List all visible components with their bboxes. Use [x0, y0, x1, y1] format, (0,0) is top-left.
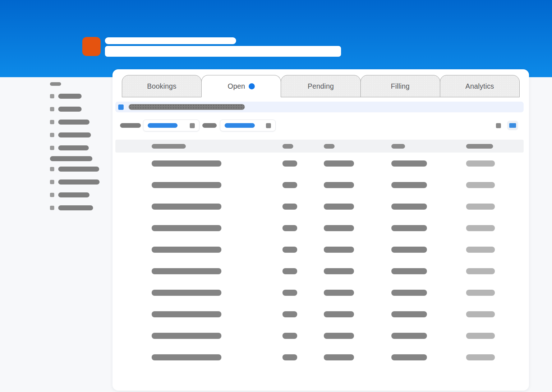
cell-text-placeholder	[152, 311, 221, 317]
sidebar-item[interactable]	[50, 94, 111, 99]
grid-view-icon	[509, 123, 516, 128]
column-header-placeholder	[324, 144, 335, 149]
table-cell	[324, 354, 391, 360]
table-cell	[115, 225, 282, 231]
tab-pending[interactable]: Pending	[281, 75, 360, 97]
cell-text-placeholder	[282, 268, 297, 274]
sidebar-item[interactable]	[50, 145, 111, 150]
cell-text-placeholder	[324, 290, 354, 296]
active-tab-indicator-dot	[249, 83, 255, 89]
cell-text-placeholder	[282, 333, 297, 339]
table-cell	[282, 160, 324, 167]
sidebar-item[interactable]	[50, 132, 111, 137]
cell-text-placeholder	[152, 268, 221, 274]
cell-text-placeholder	[466, 225, 495, 231]
table-cell	[466, 311, 524, 317]
sidebar-item[interactable]	[50, 205, 111, 210]
tab-bookings[interactable]: Bookings	[122, 75, 202, 97]
cell-text-placeholder	[324, 247, 354, 253]
filter-dropdown[interactable]	[143, 120, 199, 131]
list-view-icon[interactable]	[496, 123, 501, 128]
sidebar-item[interactable]	[50, 167, 111, 172]
table-cell	[324, 160, 391, 167]
table-row[interactable]	[115, 303, 524, 325]
table-cell	[282, 204, 324, 210]
grid-view-button[interactable]	[507, 121, 518, 130]
filter-row	[112, 120, 524, 131]
table-cell	[115, 311, 282, 317]
sidebar-item-icon	[50, 107, 54, 111]
data-table	[115, 140, 524, 368]
cell-text-placeholder	[391, 333, 427, 339]
sidebar-item-icon	[50, 120, 54, 124]
filter-value-placeholder	[225, 123, 255, 128]
sidebar-nav	[50, 77, 111, 210]
view-toggles	[496, 120, 518, 131]
tabs: BookingsOpenPendingFillingAnalytics	[122, 75, 520, 97]
table-row[interactable]	[115, 153, 524, 174]
app-header	[0, 0, 552, 77]
tab-label: Bookings	[147, 82, 176, 90]
sidebar-item-icon	[50, 167, 54, 171]
sidebar-item[interactable]	[50, 120, 111, 125]
cell-text-placeholder	[391, 182, 427, 188]
table-row[interactable]	[115, 325, 524, 346]
table-cell	[466, 354, 524, 360]
main-card: BookingsOpenPendingFillingAnalytics	[112, 69, 529, 391]
cell-text-placeholder	[282, 204, 297, 210]
tab-filling[interactable]: Filling	[360, 75, 440, 97]
sidebar-item[interactable]	[50, 192, 111, 197]
table-cell	[282, 311, 324, 317]
cell-text-placeholder	[152, 333, 221, 339]
table-cell	[115, 268, 282, 274]
table-cell	[282, 268, 324, 274]
cell-text-placeholder	[282, 311, 297, 317]
cell-text-placeholder	[391, 225, 427, 231]
cell-text-placeholder	[324, 333, 354, 339]
table-row[interactable]	[115, 346, 524, 368]
table-cell	[324, 311, 391, 317]
sidebar-item-label-placeholder	[58, 132, 91, 137]
table-cell	[324, 268, 391, 274]
sidebar-mini-label-placeholder	[50, 82, 61, 86]
cell-text-placeholder	[282, 160, 297, 167]
table-row[interactable]	[115, 239, 524, 260]
sidebar-item-icon	[50, 146, 54, 150]
cell-text-placeholder	[282, 290, 297, 296]
tab-analytics[interactable]: Analytics	[440, 75, 520, 97]
sidebar-item[interactable]	[50, 107, 111, 112]
table-cell	[391, 247, 466, 253]
table-row[interactable]	[115, 217, 524, 239]
table-cell	[324, 333, 391, 339]
table-cell	[282, 247, 324, 253]
tab-label: Open	[228, 82, 245, 90]
sidebar-item-icon	[50, 94, 54, 98]
sidebar-item-label-placeholder	[58, 167, 99, 172]
sidebar-item-icon	[50, 133, 54, 137]
table-cell	[115, 247, 282, 253]
cell-text-placeholder	[466, 333, 495, 339]
app-title-placeholder	[105, 37, 236, 44]
column-header-placeholder	[282, 144, 293, 149]
cell-text-placeholder	[282, 354, 297, 360]
sidebar-item-label-placeholder	[58, 107, 82, 112]
table-row[interactable]	[115, 196, 524, 217]
header-cell	[391, 144, 466, 149]
cell-text-placeholder	[282, 225, 297, 231]
filter-dropdown[interactable]	[220, 120, 276, 131]
cell-text-placeholder	[391, 290, 427, 296]
table-row[interactable]	[115, 260, 524, 282]
notice-info-icon	[118, 104, 124, 110]
sidebar-item-label-placeholder	[58, 205, 93, 210]
tab-open[interactable]: Open	[201, 75, 281, 97]
table-row[interactable]	[115, 282, 524, 303]
app-logo	[82, 37, 101, 56]
dropdown-caret-icon	[266, 123, 271, 128]
cell-text-placeholder	[466, 311, 495, 317]
cell-text-placeholder	[466, 290, 495, 296]
table-row[interactable]	[115, 174, 524, 196]
table-cell	[282, 354, 324, 360]
filter-label-placeholder	[202, 123, 217, 128]
sidebar-item[interactable]	[50, 179, 111, 185]
search-input[interactable]	[105, 46, 341, 57]
